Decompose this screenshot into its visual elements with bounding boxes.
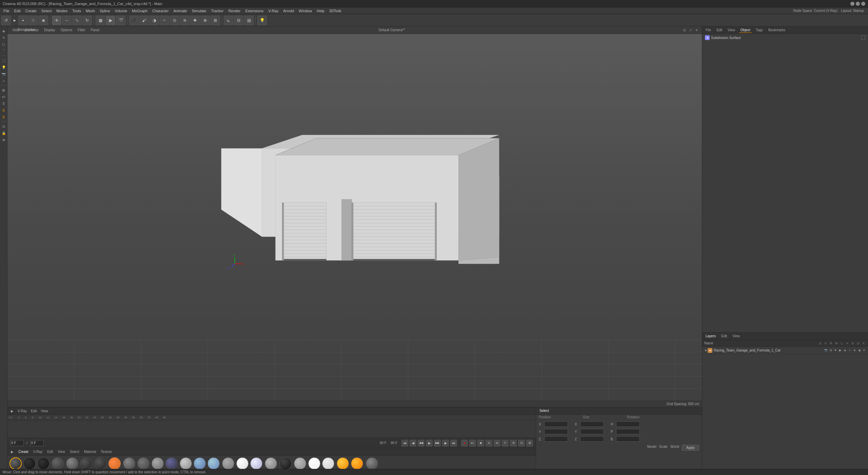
tool-light[interactable]: 💡 <box>257 16 267 25</box>
end-frame-field[interactable] <box>30 440 44 446</box>
rot-h-input[interactable] <box>616 421 640 427</box>
layer-action-disp[interactable]: ◑ <box>857 348 861 353</box>
pb-play-fwd[interactable]: ▶▶ <box>434 440 441 446</box>
pb-step-fwd[interactable]: ▶ <box>442 440 449 446</box>
ap-tab-object[interactable]: Object <box>739 27 752 33</box>
size-x-input[interactable] <box>580 421 604 427</box>
size-y-input[interactable] <box>580 429 604 434</box>
pb-autokey[interactable]: A <box>486 440 492 446</box>
menu-arnold[interactable]: Arnold <box>281 8 296 14</box>
menu-extensions[interactable]: Extensions <box>243 8 265 14</box>
vp-tab-filter[interactable]: Filter <box>76 27 87 33</box>
left-tool-spline[interactable]: ⌒ <box>1 48 7 54</box>
left-tool-material[interactable]: ◍ <box>1 87 7 93</box>
menu-help[interactable]: Help <box>315 8 327 14</box>
mat-tab-edit[interactable]: Edit <box>46 449 54 454</box>
menu-file[interactable]: File <box>1 8 12 14</box>
tool-btn-2[interactable]: ▶ <box>12 17 18 23</box>
pb-preview[interactable]: P <box>502 440 509 446</box>
pb-keyframe[interactable]: ◆ <box>477 440 484 446</box>
tool-grid[interactable]: ⊟ <box>234 16 243 25</box>
menu-3dtoai[interactable]: 3DToAi <box>327 8 343 14</box>
menu-modes[interactable]: Modes <box>54 8 70 14</box>
tool-sculpt[interactable]: ◑ <box>150 16 159 25</box>
menu-character[interactable]: Character <box>150 8 171 14</box>
tool-btn-1[interactable]: ↺ <box>1 16 11 25</box>
tool-render-region[interactable]: ▦ <box>96 16 105 25</box>
pb-step-back[interactable]: ◀ <box>410 440 416 446</box>
menu-create[interactable]: Create <box>23 8 39 14</box>
tl-tab-view[interactable]: View <box>39 408 50 414</box>
layer-action-motion[interactable]: ◈ <box>843 348 847 353</box>
vp-tab-display[interactable]: Display <box>42 27 57 33</box>
pb-play[interactable]: ▶ <box>426 440 433 446</box>
layer-action-vis[interactable]: 👁 <box>833 348 837 353</box>
tl-tab-icon[interactable]: ▶ <box>9 408 15 414</box>
timeline-track-area[interactable] <box>7 420 536 438</box>
pb-record-pts[interactable]: ●+ <box>469 440 476 446</box>
vp-tab-options[interactable]: Options <box>59 27 74 33</box>
current-frame-field[interactable] <box>10 440 24 446</box>
tool-mode-poly[interactable]: ▣ <box>39 16 48 25</box>
pos-z-input[interactable] <box>544 436 568 442</box>
layer-action-deform[interactable]: ⤷ <box>848 348 852 353</box>
tool-render-to[interactable]: 🎬 <box>116 16 125 25</box>
apply-button[interactable]: Apply <box>682 445 699 451</box>
menu-render[interactable]: Render <box>226 8 242 14</box>
tool-move[interactable]: ↔ <box>62 16 72 25</box>
tool-workplane[interactable]: ▤ <box>244 16 254 25</box>
pos-x-input[interactable] <box>544 421 568 427</box>
left-tool-s1[interactable]: S <box>1 100 7 107</box>
size-z-input[interactable] <box>580 436 604 442</box>
left-tool-s3[interactable]: S <box>1 114 7 120</box>
menu-tracker[interactable]: Tracker <box>209 8 226 14</box>
pb-play-back[interactable]: ◀◀ <box>418 440 425 446</box>
left-tool-select2[interactable]: ⊡ <box>1 123 7 129</box>
lp-tab-layers[interactable]: Layers <box>704 334 717 339</box>
tool-scale[interactable]: ⤡ <box>72 16 82 25</box>
left-tool-mesh[interactable]: ⬡ <box>1 41 7 48</box>
left-tool-extra[interactable]: ⊕ <box>1 137 7 143</box>
pos-y-input[interactable] <box>544 429 568 434</box>
tool-magnet[interactable]: ⊙ <box>170 16 179 25</box>
mat-tab-vray[interactable]: V-Ray <box>32 449 44 454</box>
ap-tab-tags[interactable]: Tags <box>754 27 764 33</box>
menu-animate[interactable]: Animate <box>171 8 189 14</box>
mat-tab-material[interactable]: Material <box>83 449 98 454</box>
tl-tab-edit[interactable]: Edit <box>29 408 38 414</box>
pb-jump-start[interactable]: ⏮ <box>401 440 408 446</box>
rot-p-input[interactable] <box>616 429 640 434</box>
pb-record[interactable]: ● <box>461 440 468 446</box>
close-button[interactable] <box>861 2 865 6</box>
menu-volume[interactable]: Volume <box>113 8 130 14</box>
left-tool-tag[interactable]: 🏷 <box>1 94 7 100</box>
maximize-button[interactable] <box>856 2 860 6</box>
menu-window[interactable]: Window <box>297 8 314 14</box>
tool-paint[interactable]: 🖌 <box>139 16 149 25</box>
left-tool-lock[interactable]: 🔒 <box>1 130 7 136</box>
layer-action-extra[interactable]: ✕ <box>862 348 866 353</box>
tool-knife[interactable]: ✂ <box>160 16 169 25</box>
left-tool-edit[interactable]: ✎ <box>1 35 7 41</box>
tool-smooth[interactable]: ≋ <box>180 16 190 25</box>
ap-tab-file[interactable]: File <box>704 27 712 33</box>
lp-tab-view[interactable]: View <box>731 334 741 339</box>
ap-tab-bookmarks[interactable]: Bookmarks <box>767 27 787 33</box>
pb-options[interactable]: ⚙ <box>510 440 517 446</box>
menu-edit[interactable]: Edit <box>12 8 23 14</box>
left-tool-cam[interactable]: 📷 <box>1 71 7 77</box>
rot-b-input[interactable] <box>616 436 640 442</box>
mat-tab-texture[interactable]: Texture <box>99 449 113 454</box>
left-tool-light2[interactable]: 💡 <box>1 64 7 70</box>
layers-row-0[interactable]: ▼ ◈ Racing_Team_Garage_and_Formula_1_Car… <box>702 347 868 354</box>
menu-select[interactable]: Select <box>39 8 54 14</box>
ap-tab-view[interactable]: View <box>726 27 736 33</box>
layer-action-grid[interactable]: ⊟ <box>829 348 833 353</box>
menu-simulate[interactable]: Simulate <box>190 8 209 14</box>
tl-tab-vray[interactable]: V-Ray <box>16 408 28 414</box>
menu-spline[interactable]: Spline <box>98 8 112 14</box>
minimize-button[interactable] <box>850 2 854 6</box>
tool-mode-edges[interactable]: ⬡ <box>28 16 38 25</box>
mat-tab-select[interactable]: Select <box>68 449 81 454</box>
left-tool-deform[interactable]: ⤷ <box>1 78 7 84</box>
